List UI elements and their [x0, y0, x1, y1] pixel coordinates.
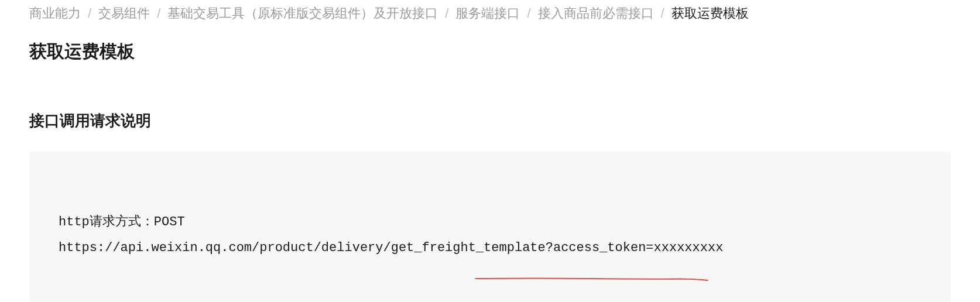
breadcrumb-separator: / — [527, 6, 530, 21]
code-line-2: https://api.weixin.qq.com/product/delive… — [59, 235, 921, 261]
breadcrumb-item-1[interactable]: 交易组件 — [98, 5, 150, 22]
code-line-1: http请求方式：POST — [59, 210, 921, 235]
breadcrumb-separator: / — [445, 6, 448, 21]
breadcrumb-separator: / — [157, 6, 160, 21]
breadcrumb: 商业能力 / 交易组件 / 基础交易工具（原标准版交易组件）及开放接口 / 服务… — [29, 0, 951, 40]
breadcrumb-item-4[interactable]: 接入商品前必需接口 — [538, 5, 654, 22]
section-title: 接口调用请求说明 — [29, 111, 951, 131]
code-block: http请求方式：POSThttps://api.weixin.qq.com/p… — [29, 152, 951, 302]
breadcrumb-item-current: 获取运费模板 — [671, 5, 749, 22]
breadcrumb-item-3[interactable]: 服务端接口 — [455, 5, 520, 22]
breadcrumb-item-0[interactable]: 商业能力 — [29, 5, 81, 22]
breadcrumb-separator: / — [661, 6, 664, 21]
breadcrumb-separator: / — [88, 6, 91, 21]
breadcrumb-item-2[interactable]: 基础交易工具（原标准版交易组件）及开放接口 — [167, 5, 438, 22]
page-title: 获取运费模板 — [29, 40, 951, 64]
